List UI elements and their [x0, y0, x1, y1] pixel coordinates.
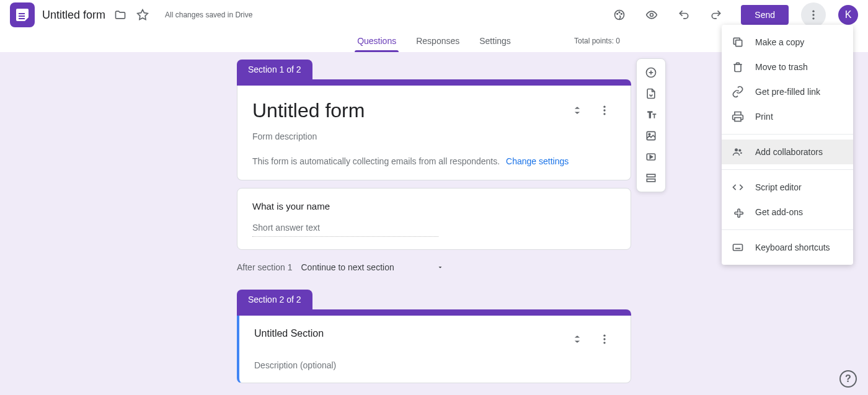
- svg-point-25: [738, 149, 741, 151]
- short-answer-placeholder: Short answer text: [252, 223, 438, 237]
- svg-rect-20: [647, 174, 655, 177]
- undo-icon[interactable]: [671, 2, 696, 27]
- import-questions-button[interactable]: [640, 84, 662, 104]
- menu-divider: [722, 134, 853, 135]
- svg-point-5: [812, 11, 814, 12]
- svg-point-18: [649, 133, 650, 135]
- menu-divider: [722, 229, 853, 230]
- svg-point-13: [603, 342, 605, 344]
- code-icon: [732, 181, 744, 193]
- svg-point-8: [603, 106, 605, 108]
- keyboard-icon: [732, 241, 744, 254]
- link-icon: [732, 86, 744, 98]
- svg-rect-21: [647, 179, 655, 182]
- svg-rect-26: [733, 244, 743, 251]
- add-video-button[interactable]: [640, 147, 662, 167]
- redo-icon[interactable]: [704, 2, 728, 27]
- more-options-menu: Make a copy Move to trash Get pre-filled…: [722, 25, 853, 265]
- menu-script-editor[interactable]: Script editor: [722, 175, 853, 200]
- svg-point-12: [603, 338, 605, 340]
- section-menu-icon[interactable]: [593, 328, 616, 353]
- section2-description[interactable]: Description (optional): [254, 360, 616, 370]
- svg-point-9: [603, 109, 605, 111]
- user-avatar[interactable]: K: [838, 5, 858, 25]
- section1-title[interactable]: Untitled form: [252, 99, 561, 122]
- email-collection-notice: This form is automatically collecting em…: [252, 156, 616, 166]
- print-icon: [732, 110, 744, 123]
- section2-title[interactable]: Untitled Section: [254, 328, 561, 339]
- svg-point-3: [621, 14, 622, 15]
- dropdown-arrow-icon: [436, 264, 444, 271]
- section-menu-icon[interactable]: [593, 99, 616, 124]
- svg-rect-23: [735, 118, 741, 122]
- copy-icon: [732, 36, 744, 48]
- collapse-icon[interactable]: [566, 328, 588, 353]
- forms-logo-icon[interactable]: [10, 2, 35, 27]
- text-icon: [645, 109, 657, 121]
- video-icon: [645, 151, 657, 163]
- menu-prefilled-link[interactable]: Get pre-filled link: [722, 79, 853, 104]
- svg-point-7: [812, 17, 814, 19]
- change-settings-link[interactable]: Change settings: [506, 156, 569, 166]
- image-icon: [645, 130, 657, 142]
- help-button[interactable]: ?: [839, 370, 857, 388]
- palette-icon[interactable]: [607, 2, 632, 27]
- add-section-button[interactable]: [640, 168, 662, 188]
- question-text[interactable]: What is your name: [252, 201, 616, 211]
- menu-make-copy[interactable]: Make a copy: [722, 30, 853, 55]
- people-add-icon: [732, 146, 744, 158]
- total-points-label: Total points: 0: [574, 37, 620, 45]
- menu-divider: [722, 169, 853, 170]
- svg-point-11: [603, 335, 605, 337]
- section2-accent-bar: [237, 309, 631, 316]
- section2-header-card[interactable]: Untitled Section Description (optional): [237, 316, 631, 383]
- after-section-row: After section 1 Continue to next section: [237, 250, 631, 290]
- svg-point-6: [812, 14, 814, 16]
- star-icon[interactable]: [135, 7, 150, 22]
- add-circle-icon: [645, 66, 657, 79]
- section1-header-card[interactable]: Untitled form Form description This form…: [237, 86, 631, 180]
- section2-label: Section 2 of 2: [237, 290, 312, 309]
- send-button[interactable]: Send: [741, 5, 789, 25]
- trash-icon: [732, 61, 744, 73]
- add-image-button[interactable]: [640, 126, 662, 146]
- tab-questions[interactable]: Questions: [355, 31, 399, 51]
- more-vert-icon: [807, 9, 820, 21]
- floating-toolbar: [636, 58, 666, 192]
- add-title-button[interactable]: [640, 105, 662, 125]
- save-status: All changes saved in Drive: [165, 11, 252, 19]
- question-card-1[interactable]: What is your name Short answer text: [237, 188, 631, 250]
- tab-settings[interactable]: Settings: [477, 31, 513, 51]
- menu-keyboard-shortcuts[interactable]: Keyboard shortcuts: [722, 235, 853, 260]
- menu-move-to-trash[interactable]: Move to trash: [722, 55, 853, 79]
- svg-point-1: [617, 14, 618, 15]
- folder-icon[interactable]: [113, 7, 128, 22]
- section1-label: Section 1 of 2: [237, 60, 312, 79]
- menu-add-collaborators[interactable]: Add collaborators: [722, 140, 853, 164]
- after-section-select[interactable]: Continue to next section: [301, 262, 444, 272]
- svg-rect-22: [736, 40, 742, 47]
- section-icon: [645, 172, 657, 184]
- svg-point-2: [619, 12, 620, 13]
- add-question-button[interactable]: [640, 63, 662, 82]
- form-title[interactable]: Untitled form: [42, 9, 105, 22]
- after-section-label: After section 1: [237, 262, 293, 272]
- menu-print[interactable]: Print: [722, 104, 853, 129]
- addon-icon: [732, 206, 744, 218]
- section1-accent-bar: [237, 79, 631, 86]
- preview-icon[interactable]: [639, 2, 664, 27]
- menu-get-addons[interactable]: Get add-ons: [722, 200, 853, 224]
- svg-point-4: [650, 14, 653, 17]
- svg-point-24: [735, 148, 738, 151]
- collapse-icon[interactable]: [566, 99, 588, 124]
- more-options-button[interactable]: [801, 2, 826, 27]
- svg-point-10: [603, 113, 605, 115]
- import-icon: [645, 87, 657, 100]
- tab-responses[interactable]: Responses: [414, 31, 462, 51]
- section1-description[interactable]: Form description: [252, 131, 616, 141]
